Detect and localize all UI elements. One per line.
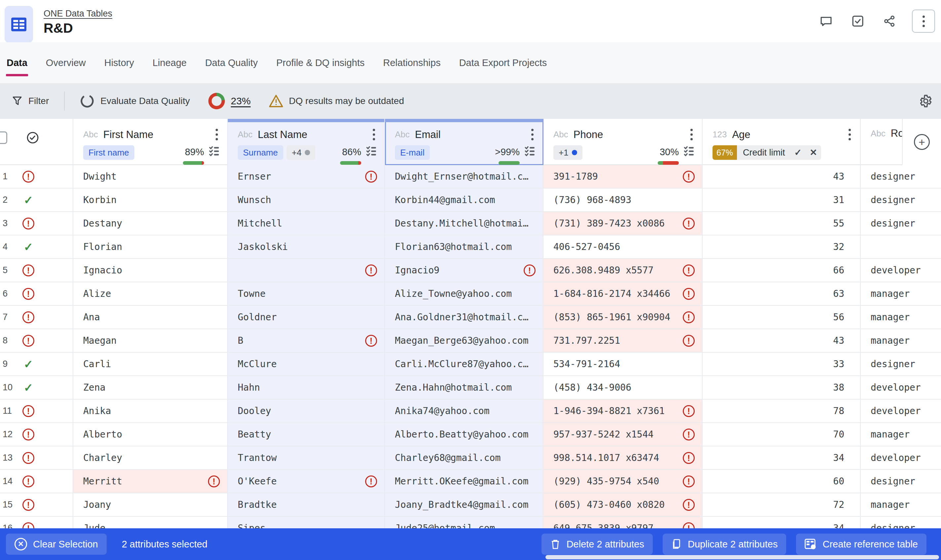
phone-cell[interactable]: 391-1789! — [543, 165, 703, 189]
role-cell[interactable]: developer — [861, 376, 941, 400]
first-name-cell[interactable]: Alize — [73, 282, 228, 306]
horizontal-scrollbar[interactable] — [546, 555, 939, 559]
row-status-cell[interactable]: 10✓ — [0, 376, 73, 400]
first-name-cell[interactable]: Destany — [73, 212, 228, 235]
email-cell[interactable]: Anika74@yahoo.com — [385, 400, 543, 423]
evaluate-dq-button[interactable]: Evaluate Data Quality — [79, 93, 190, 109]
email-cell[interactable]: Alberto.Beatty@yahoo.com — [385, 423, 543, 446]
tab-overview[interactable]: Overview — [45, 54, 86, 72]
phone-cell[interactable]: (736) 968-4893 — [543, 189, 703, 212]
age-cell[interactable]: 66 — [703, 259, 861, 282]
first-name-cell[interactable]: Jude — [73, 517, 228, 528]
last-name-cell[interactable]: B! — [228, 329, 385, 352]
last-name-cell[interactable]: Sipes — [228, 517, 385, 528]
email-cell[interactable]: Jude25@hotmail.com — [385, 517, 543, 528]
email-cell[interactable]: Korbin44@gmail.com — [385, 189, 543, 212]
age-cell[interactable]: 38 — [703, 376, 861, 400]
role-cell[interactable]: designer — [861, 189, 941, 212]
role-cell[interactable]: developer — [861, 446, 941, 470]
first-name-cell[interactable]: Charley — [73, 446, 228, 470]
column-menu-icon[interactable] — [846, 128, 853, 142]
role-cell[interactable] — [861, 235, 941, 259]
last-name-cell[interactable]: Goldner — [228, 306, 385, 329]
first-name-cell[interactable]: Florian — [73, 235, 228, 259]
table-settings-button[interactable] — [916, 92, 935, 110]
row-status-cell[interactable]: 4✓ — [0, 235, 73, 259]
comment-icon[interactable] — [817, 12, 835, 30]
tab-history[interactable]: History — [104, 54, 135, 72]
term-tag[interactable]: First name — [83, 145, 134, 160]
more-terms-tag[interactable]: +1 — [554, 145, 583, 160]
role-cell[interactable]: manager — [861, 306, 941, 329]
phone-cell[interactable]: 534-791-2164 — [543, 352, 703, 376]
phone-cell[interactable]: (731) 389-7423 x0086! — [543, 212, 703, 235]
row-status-cell[interactable]: 3! — [0, 212, 73, 235]
dq-score-link[interactable]: 23% — [231, 95, 251, 107]
dq-rules-icon[interactable] — [683, 145, 695, 158]
column-menu-icon[interactable] — [529, 128, 536, 142]
tasks-checkbox-icon[interactable] — [849, 12, 867, 30]
dq-rules-icon[interactable] — [524, 145, 535, 158]
phone-cell[interactable]: 957-937-5242 x1544! — [543, 423, 703, 446]
age-cell[interactable]: 70 — [703, 423, 861, 446]
email-cell[interactable]: Florian63@hotmail.com — [385, 235, 543, 259]
first-name-cell[interactable]: Joany — [73, 493, 228, 517]
email-cell[interactable]: Dwight_Ernser@hotmail.c… — [385, 165, 543, 189]
column-header-phone[interactable]: Abc Phone +1 30% — [543, 119, 703, 165]
role-cell[interactable]: manager — [861, 423, 941, 446]
age-cell[interactable]: 72 — [703, 493, 861, 517]
first-name-cell[interactable]: Maegan — [73, 329, 228, 352]
row-status-cell[interactable]: 15! — [0, 493, 73, 517]
dq-rules-icon[interactable] — [365, 145, 377, 158]
first-name-cell[interactable]: Merritt! — [73, 470, 228, 493]
dq-rules-icon[interactable] — [208, 145, 220, 158]
phone-cell[interactable]: 626.308.9489 x5577! — [543, 259, 703, 282]
last-name-cell[interactable]: Jaskolski — [228, 235, 385, 259]
last-name-cell[interactable]: O'Keefe! — [228, 470, 385, 493]
validity-column-icon[interactable] — [26, 131, 40, 146]
term-tag[interactable]: Surname — [238, 145, 283, 160]
email-cell[interactable]: Alize_Towne@yahoo.com — [385, 282, 543, 306]
age-cell[interactable]: 43 — [703, 329, 861, 352]
email-cell[interactable]: Carli.McClure87@yahoo.c… — [385, 352, 543, 376]
role-cell[interactable]: designer — [861, 517, 941, 528]
filter-button[interactable]: Filter — [11, 95, 49, 107]
last-name-cell[interactable]: ! — [228, 259, 385, 282]
select-all-checkbox[interactable] — [0, 131, 7, 144]
tab-lineage[interactable]: Lineage — [152, 54, 187, 72]
first-name-cell[interactable]: Zena — [73, 376, 228, 400]
tab-profile-dq-insights[interactable]: Profile & DQ insights — [276, 54, 366, 72]
phone-cell[interactable]: 649.675.3839 x9797! — [543, 517, 703, 528]
role-cell[interactable]: designer — [861, 470, 941, 493]
role-cell[interactable]: manager — [861, 329, 941, 352]
row-status-cell[interactable]: 16! — [0, 517, 73, 528]
column-header-first-name[interactable]: Abc First Name First name 89% — [73, 119, 228, 165]
first-name-cell[interactable]: Ana — [73, 306, 228, 329]
last-name-cell[interactable]: Beatty — [228, 423, 385, 446]
row-status-cell[interactable]: 7! — [0, 306, 73, 329]
accept-suggestion-icon[interactable]: ✓ — [790, 147, 806, 158]
age-cell[interactable]: 34 — [703, 517, 861, 528]
phone-cell[interactable]: 406-527-0456 — [543, 235, 703, 259]
age-cell[interactable]: 43 — [703, 165, 861, 189]
first-name-cell[interactable]: Alberto — [73, 423, 228, 446]
tab-data[interactable]: Data — [6, 54, 28, 72]
age-cell[interactable]: 31 — [703, 189, 861, 212]
age-cell[interactable]: 78 — [703, 400, 861, 423]
more-actions-button[interactable] — [912, 9, 935, 33]
first-name-cell[interactable]: Korbin — [73, 189, 228, 212]
row-status-cell[interactable]: 12! — [0, 423, 73, 446]
share-icon[interactable] — [880, 12, 899, 30]
column-menu-icon[interactable] — [213, 128, 221, 142]
phone-cell[interactable]: (605) 473-0460 x0820! — [543, 493, 703, 517]
column-menu-icon[interactable] — [688, 128, 695, 142]
row-status-cell[interactable]: 2✓ — [0, 189, 73, 212]
age-cell[interactable]: 56 — [703, 306, 861, 329]
clear-selection-button[interactable]: ✕ Clear Selection — [6, 534, 107, 555]
phone-cell[interactable]: (853) 865-1961 x90904! — [543, 306, 703, 329]
delete-attributes-button[interactable]: Delete 2 attributes — [541, 534, 653, 555]
row-status-cell[interactable]: 5! — [0, 259, 73, 282]
email-cell[interactable]: Ignacio9! — [385, 259, 543, 282]
row-status-cell[interactable]: 1! — [0, 165, 73, 189]
age-cell[interactable]: 32 — [703, 235, 861, 259]
